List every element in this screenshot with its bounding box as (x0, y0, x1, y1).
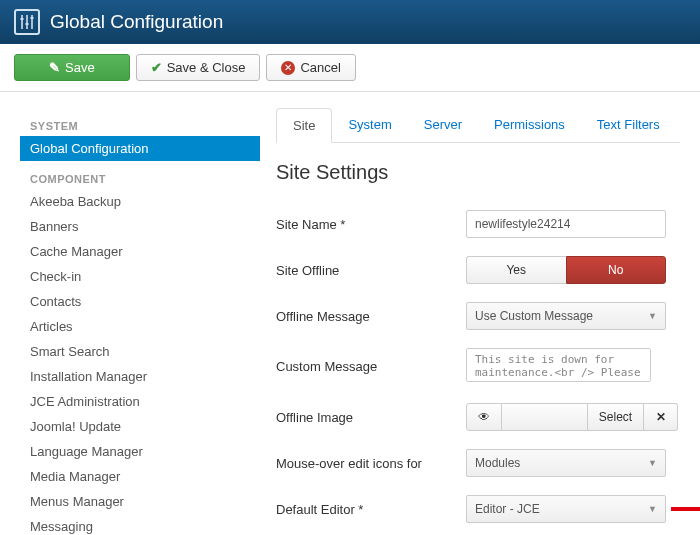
section-title: Site Settings (276, 161, 680, 184)
sidebar-item-check-in[interactable]: Check-in (20, 264, 260, 289)
label-mouseover: Mouse-over edit icons for (276, 456, 466, 471)
svg-rect-3 (21, 18, 24, 20)
site-offline-toggle: Yes No (466, 256, 666, 284)
clear-image-button[interactable]: ✕ (644, 403, 678, 431)
sidebar-item-installation-manager[interactable]: Installation Manager (20, 364, 260, 389)
site-name-input[interactable] (466, 210, 666, 238)
tabs: Site System Server Permissions Text Filt… (276, 108, 680, 143)
sidebar-item-menus-manager[interactable]: Menus Manager (20, 489, 260, 514)
apply-icon: ✎ (49, 60, 60, 75)
close-icon: ✕ (656, 410, 666, 424)
custom-message-textarea[interactable]: This site is down for maintenance.<br />… (466, 348, 651, 382)
sidebar-head-component: COMPONENT (20, 173, 260, 185)
label-default-editor: Default Editor * (276, 502, 466, 517)
sliders-icon (14, 9, 40, 35)
label-offline-image: Offline Image (276, 410, 466, 425)
sidebar-item-articles[interactable]: Articles (20, 314, 260, 339)
offline-message-value: Use Custom Message (475, 309, 593, 323)
default-editor-value: Editor - JCE (475, 502, 540, 516)
default-editor-select[interactable]: Editor - JCE ▼ (466, 495, 666, 523)
site-offline-no[interactable]: No (566, 256, 667, 284)
site-offline-yes[interactable]: Yes (466, 256, 566, 284)
sidebar-item-media-manager[interactable]: Media Manager (20, 464, 260, 489)
mouseover-select[interactable]: Modules ▼ (466, 449, 666, 477)
sidebar-item-joomla-update[interactable]: Joomla! Update (20, 414, 260, 439)
tab-text-filters[interactable]: Text Filters (581, 108, 676, 142)
select-image-button[interactable]: Select (588, 403, 644, 431)
sidebar-item-cache-manager[interactable]: Cache Manager (20, 239, 260, 264)
preview-button[interactable]: 👁 (466, 403, 502, 431)
tab-permissions[interactable]: Permissions (478, 108, 581, 142)
sidebar-item-smart-search[interactable]: Smart Search (20, 339, 260, 364)
label-site-offline: Site Offline (276, 263, 466, 278)
sidebar-item-akeeba-backup[interactable]: Akeeba Backup (20, 189, 260, 214)
label-custom-message: Custom Message (276, 359, 466, 374)
page-title: Global Configuration (50, 11, 223, 33)
tab-system[interactable]: System (332, 108, 407, 142)
content: Site System Server Permissions Text Filt… (260, 92, 700, 535)
offline-message-select[interactable]: Use Custom Message ▼ (466, 302, 666, 330)
check-icon: ✔ (151, 60, 162, 75)
tab-site[interactable]: Site (276, 108, 332, 143)
svg-rect-5 (31, 17, 34, 19)
cancel-label: Cancel (300, 60, 340, 75)
sidebar-item-contacts[interactable]: Contacts (20, 289, 260, 314)
sidebar: SYSTEM Global Configuration COMPONENT Ak… (0, 92, 260, 535)
svg-rect-4 (26, 23, 29, 25)
cancel-icon: ✕ (281, 61, 295, 75)
offline-image-picker: 👁 Select ✕ (466, 403, 678, 431)
mouseover-value: Modules (475, 456, 520, 470)
offline-image-path[interactable] (502, 403, 588, 431)
label-site-name: Site Name * (276, 217, 466, 232)
chevron-down-icon: ▼ (648, 504, 657, 514)
chevron-down-icon: ▼ (648, 311, 657, 321)
save-close-label: Save & Close (167, 60, 246, 75)
chevron-down-icon: ▼ (648, 458, 657, 468)
save-close-button[interactable]: ✔ Save & Close (136, 54, 261, 81)
sidebar-item-jce-administration[interactable]: JCE Administration (20, 389, 260, 414)
save-button-label: Save (65, 60, 95, 75)
cancel-button[interactable]: ✕ Cancel (266, 54, 355, 81)
sidebar-item-banners[interactable]: Banners (20, 214, 260, 239)
eye-icon: 👁 (478, 410, 490, 424)
sidebar-item-global-configuration[interactable]: Global Configuration (20, 136, 260, 161)
sidebar-head-system: SYSTEM (20, 120, 260, 132)
sidebar-item-messaging[interactable]: Messaging (20, 514, 260, 535)
toolbar: ✎ Save ✔ Save & Close ✕ Cancel (0, 44, 700, 92)
tab-server[interactable]: Server (408, 108, 478, 142)
label-offline-message: Offline Message (276, 309, 466, 324)
arrow-annotation (671, 502, 700, 516)
top-bar: Global Configuration (0, 0, 700, 44)
sidebar-item-language-manager[interactable]: Language Manager (20, 439, 260, 464)
save-button[interactable]: ✎ Save (14, 54, 130, 81)
